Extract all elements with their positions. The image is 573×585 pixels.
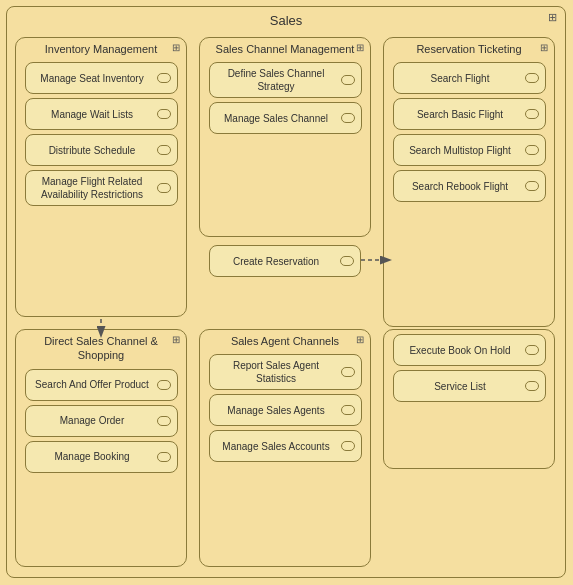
item-search-offer[interactable]: Search And Offer Product bbox=[25, 369, 178, 401]
report-sales-icon bbox=[341, 367, 355, 377]
sales-channel-grid-icon: ⊞ bbox=[356, 42, 364, 53]
item-manage-sales-accounts[interactable]: Manage Sales Accounts bbox=[209, 430, 362, 462]
item-define-sales-channel[interactable]: Define Sales Channel Strategy bbox=[209, 62, 362, 98]
item-distribute-schedule[interactable]: Distribute Schedule bbox=[25, 134, 178, 166]
sales-channel-title: Sales Channel Management bbox=[200, 38, 370, 58]
inventory-title: Inventory Management bbox=[16, 38, 186, 58]
reservation-title: Reservation Ticketing bbox=[384, 38, 554, 58]
service-list-icon bbox=[525, 381, 539, 391]
distribute-schedule-icon bbox=[157, 145, 171, 155]
direct-sales-grid-icon: ⊞ bbox=[172, 334, 180, 345]
outer-grid-icon: ⊞ bbox=[548, 11, 557, 24]
item-manage-order[interactable]: Manage Order bbox=[25, 405, 178, 437]
create-reservation-icon bbox=[340, 256, 354, 266]
search-rebook-icon bbox=[525, 181, 539, 191]
define-sales-icon bbox=[341, 75, 355, 85]
search-offer-icon bbox=[157, 380, 171, 390]
item-search-multistop-flight[interactable]: Search Multistop Flight bbox=[393, 134, 546, 166]
item-search-basic-flight[interactable]: Search Basic Flight bbox=[393, 98, 546, 130]
flight-restrictions-icon bbox=[157, 183, 171, 193]
item-search-flight[interactable]: Search Flight bbox=[393, 62, 546, 94]
outer-title: Sales bbox=[7, 13, 565, 28]
manage-sales-channel-icon bbox=[341, 113, 355, 123]
item-manage-wait-lists[interactable]: Manage Wait Lists bbox=[25, 98, 178, 130]
inventory-grid-icon: ⊞ bbox=[172, 42, 180, 53]
item-service-list[interactable]: Service List bbox=[393, 370, 546, 402]
manage-agents-icon bbox=[341, 405, 355, 415]
reservation-grid-icon: ⊞ bbox=[540, 42, 548, 53]
item-manage-booking[interactable]: Manage Booking bbox=[25, 441, 178, 473]
search-basic-icon bbox=[525, 109, 539, 119]
group-reservation-ticketing: Reservation Ticketing ⊞ Search Flight Se… bbox=[383, 37, 555, 327]
search-multistop-icon bbox=[525, 145, 539, 155]
direct-sales-title: Direct Sales Channel & Shopping bbox=[16, 330, 186, 365]
manage-wait-icon bbox=[157, 109, 171, 119]
outer-sales-box: Sales ⊞ Inventory Management ⊞ Manage Se… bbox=[6, 6, 566, 578]
sales-agent-title: Sales Agent Channels bbox=[200, 330, 370, 350]
group-sales-channel: Sales Channel Management ⊞ Define Sales … bbox=[199, 37, 371, 237]
group-inventory: Inventory Management ⊞ Manage Seat Inven… bbox=[15, 37, 187, 317]
group-direct-sales: Direct Sales Channel & Shopping ⊞ Search… bbox=[15, 329, 187, 567]
manage-seat-icon bbox=[157, 73, 171, 83]
create-reservation-wrapper: Create Reservation bbox=[209, 245, 361, 277]
manage-accounts-icon bbox=[341, 441, 355, 451]
item-manage-seat-inventory[interactable]: Manage Seat Inventory bbox=[25, 62, 178, 94]
item-search-rebook-flight[interactable]: Search Rebook Flight bbox=[393, 170, 546, 202]
manage-order-icon bbox=[157, 416, 171, 426]
item-report-sales-stats[interactable]: Report Sales Agent Statistics bbox=[209, 354, 362, 390]
item-manage-sales-agents[interactable]: Manage Sales Agents bbox=[209, 394, 362, 426]
manage-booking-icon bbox=[157, 452, 171, 462]
sales-agent-grid-icon: ⊞ bbox=[356, 334, 364, 345]
item-manage-flight-restrictions[interactable]: Manage Flight Related Availability Restr… bbox=[25, 170, 178, 206]
execute-book-icon bbox=[525, 345, 539, 355]
item-create-reservation[interactable]: Create Reservation bbox=[209, 245, 361, 277]
search-flight-icon bbox=[525, 73, 539, 83]
item-execute-book-hold[interactable]: Execute Book On Hold bbox=[393, 334, 546, 366]
group-sales-agent: Sales Agent Channels ⊞ Report Sales Agen… bbox=[199, 329, 371, 567]
item-manage-sales-channel[interactable]: Manage Sales Channel bbox=[209, 102, 362, 134]
group-reservation-bottom: Execute Book On Hold Service List bbox=[383, 329, 555, 469]
